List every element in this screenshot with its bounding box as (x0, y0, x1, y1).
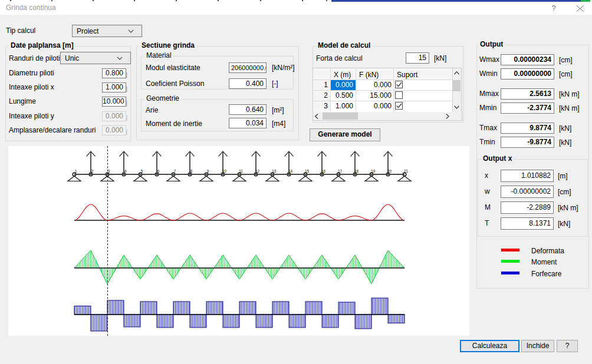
svg-text:9: 9 (207, 169, 209, 173)
svg-text:14: 14 (288, 169, 293, 173)
svg-text:8: 8 (190, 169, 193, 173)
svg-text:7: 7 (174, 169, 176, 173)
svg-text:6: 6 (157, 169, 160, 173)
svg-text:15: 15 (305, 169, 310, 173)
svg-text:10: 10 (222, 169, 227, 173)
svg-text:2: 2 (91, 169, 94, 173)
svg-text:20: 20 (387, 169, 392, 173)
svg-text:4: 4 (124, 169, 127, 173)
svg-text:1: 1 (75, 169, 77, 173)
svg-text:18: 18 (354, 169, 359, 173)
svg-text:3: 3 (108, 169, 110, 173)
svg-text:19: 19 (371, 169, 376, 173)
svg-text:11: 11 (239, 169, 243, 173)
svg-text:17: 17 (338, 169, 343, 173)
svg-text:21: 21 (404, 169, 409, 173)
svg-text:16: 16 (321, 169, 326, 173)
svg-text:12: 12 (255, 169, 260, 173)
svg-text:5: 5 (141, 169, 143, 173)
svg-text:13: 13 (272, 169, 277, 173)
